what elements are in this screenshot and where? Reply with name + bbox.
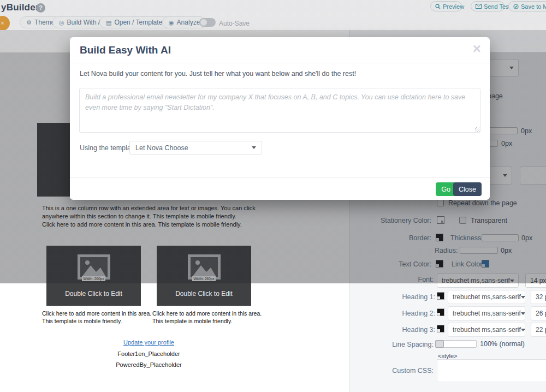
radius-label: Radius: [435,247,458,254]
stationery-color-swatch[interactable] [437,216,444,224]
tile-caption-right[interactable]: Click here to add more content in this a… [152,310,263,325]
update-profile-link[interactable]: Update your profile [123,339,174,346]
tile-caption-left[interactable]: Click here to add more content in this a… [42,310,152,325]
preview-label: Preview [443,3,464,10]
heading3-color-swatch[interactable] [437,325,444,332]
heading2-size-dropdown[interactable]: 26 px [531,306,546,320]
email-paragraph-1[interactable]: This is a one column row with an extende… [42,204,266,221]
heading1-color-swatch[interactable] [437,292,444,300]
heading3-label: Heading 3: [349,326,435,334]
thickness-value: 0px [521,234,532,242]
chevron-down-icon [509,67,514,69]
heading2-font-dropdown[interactable]: trebuchet ms,sans-serif [448,306,525,320]
heading2-size-value: 26 px [536,310,546,317]
tile-edit-label: Double Click to Edit [157,290,251,298]
text-color-swatch[interactable] [436,260,443,268]
radius-slider[interactable] [460,247,498,254]
border-color-swatch[interactable] [436,234,443,241]
chevron-down-icon [503,174,507,177]
line-spacing-knob[interactable] [435,340,444,348]
tile-width-label: Width: 260px [82,276,106,281]
modal-intro-text: Let Nova build your content for you. Jus… [80,70,356,78]
thickness-slider[interactable] [482,234,519,241]
template-select[interactable]: Let Nova Choose [129,141,262,155]
tile-edit-label: Double Click to Edit [46,290,141,298]
image-tile-right[interactable]: Width: 260px Double Click to Edit [157,246,251,306]
heading1-font-dropdown[interactable]: trebuchet ms,sans-serif [448,290,525,304]
stationery-color-label: Stationery Color: [349,217,431,224]
repeat-label: Repeat down the page [448,199,517,207]
font-size-dropdown[interactable]: 14 px [525,274,546,288]
tile-width-label: Width: 260px [192,276,216,281]
auto-save-label: Auto-Save [219,20,250,27]
save-icon [513,4,519,9]
ai-prompt-textarea[interactable] [79,88,480,133]
modal-footer: Go Close [70,177,490,200]
modal-title: Build Easy With AI [80,44,171,56]
poweredby-placeholder[interactable]: PoweredBy_Placeholder [33,361,265,368]
save-to-me-label: Save to Me [521,3,546,10]
build-with-ai-label: Build With AI [67,19,104,26]
sidebar-size-dropdown-partial[interactable] [520,167,546,185]
link-color-label: Link Color: [452,260,484,268]
heading1-size-value: 32 px [536,293,546,301]
help-icon[interactable]: ? [36,3,45,13]
link-color-swatch[interactable] [482,260,489,268]
heading1-size-dropdown[interactable]: 32 px [531,290,546,304]
close-icon[interactable]: × [473,40,481,57]
analyze-icon: ◉ [169,20,174,26]
chevron-down-icon [252,146,256,149]
font-label: Font: [349,276,434,283]
preview-button[interactable]: Preview [430,1,462,11]
chevron-down-icon [521,312,525,315]
save-to-me-button[interactable]: Save to Me [508,1,546,11]
page-label-fragment: page [488,92,503,100]
footer-placeholder[interactable]: Footer1en_Placeholder [33,351,265,357]
open-templates-label: Open / Templates [114,19,165,26]
ai-icon: ◎ [59,20,64,26]
font-family-dropdown[interactable]: trebuchet ms,sans-serif [437,274,519,288]
heading3-size-dropdown[interactable]: 22 px [531,323,546,337]
heading2-label: Heading 2: [349,310,435,317]
theme-label: Theme [34,19,55,26]
avatar[interactable]: × [0,16,10,31]
auto-save-toggle[interactable] [199,18,216,27]
envelope-icon [476,4,482,9]
line-spacing-label: Line Spacing: [349,341,434,348]
heading2-font-value: trebuchet ms,sans-serif [453,310,521,317]
border-label: Border: [349,234,431,242]
chevron-down-icon [521,296,525,299]
heading3-font-dropdown[interactable]: trebuchet ms,sans-serif [448,323,525,337]
heading3-font-value: trebuchet ms,sans-serif [453,326,521,334]
heading1-font-value: trebuchet ms,sans-serif [453,293,521,301]
chevron-down-icon [510,280,514,282]
radius-value: 0px [501,247,512,254]
chevron-down-icon [521,329,525,331]
magnifier-icon [435,4,441,9]
transparent-checkbox[interactable] [459,217,466,224]
profile-link-row: Update your profile [33,339,265,346]
toggle-knob [200,19,207,26]
slider-b-value: 0px [501,140,512,147]
thickness-label: Thickness: [450,234,483,242]
slider-a-value: 0px [521,127,532,135]
custom-css-textarea[interactable] [437,359,546,382]
heading3-size-value: 22 px [536,326,546,334]
open-templates-button[interactable]: ▤ Open / Templates [99,16,172,28]
template-select-value: Let Nova Choose [135,144,188,152]
close-button[interactable]: Close [453,182,482,196]
heading1-label: Heading 1: [349,293,435,301]
app-root: yBuilder ? Preview Send Test Save to Me … [0,0,546,392]
send-test-button[interactable]: Send Test [471,1,505,11]
image-tile-left[interactable]: Width: 260px Double Click to Edit [46,246,141,306]
heading2-color-swatch[interactable] [437,308,444,316]
email-paragraph-2[interactable]: Click here to add more content in this a… [42,221,266,229]
repeat-checkbox[interactable] [437,199,444,206]
line-spacing-value: 100% (normal) [480,340,525,348]
app-logo: yBuilder [1,2,39,13]
transparent-label: Transparent [471,217,507,224]
style-tag-label: <style> [438,353,457,359]
gear-icon: ⚙ [26,20,32,26]
font-family-value: trebuchet ms,sans-serif [442,277,510,284]
modal-header-divider [70,63,490,63]
